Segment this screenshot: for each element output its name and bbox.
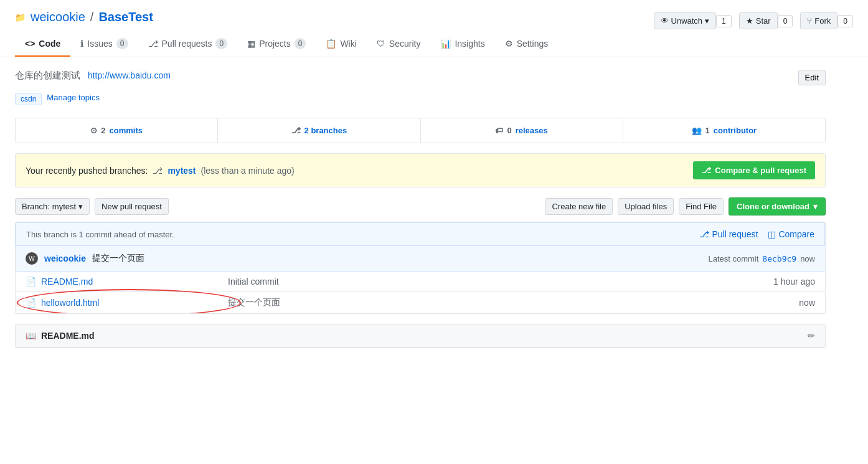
file-time-helloworld: now [799,298,815,308]
file-link-helloworld[interactable]: helloworld.html [41,298,99,308]
commit-sha[interactable]: 8ecb9c9 [762,254,796,263]
readme-section: 📖 README.md ✏ [15,324,826,348]
fork-count: 0 [837,15,853,27]
insights-icon: 📊 [440,39,451,49]
commits-stat: ⊙ 2 commits [16,118,218,143]
compare-icon: ◫ [768,229,776,239]
branch-icon: ⎇ [291,126,301,135]
commit-time: now [800,254,815,263]
branch-ahead-notice: This branch is 1 commit ahead of master. [26,230,174,239]
eye-icon: 👁 [661,16,669,26]
branch-selector[interactable]: Branch: mytest ▾ [15,198,90,215]
nav-tabs: <> Code ℹ Issues 0 ⎇ Pull requests 0 ▦ P… [15,32,853,57]
star-count: 0 [778,15,793,27]
latest-commit-row: W weicookie 提交一个页面 Latest commit 8ecb9c9… [16,246,825,272]
compare-pull-request-button[interactable]: ⎇ Compare & pull request [693,161,815,179]
file-list: This branch is 1 commit ahead of master.… [15,222,826,314]
recent-branch-link[interactable]: mytest [167,166,196,176]
breadcrumb-sep: / [90,10,94,24]
tab-pull-requests[interactable]: ⎇ Pull requests 0 [138,32,238,57]
latest-commit-label: Latest commit [708,254,758,263]
file-icon-helloworld: 📄 [26,298,36,308]
tab-security[interactable]: 🛡 Security [367,32,431,57]
recent-push-banner: Your recently pushed branches: ⎇ mytest … [15,153,826,187]
pr-badge: 0 [215,38,227,49]
compare-link[interactable]: ◫ Compare [768,229,814,239]
file-commit-readme: Initial commit [215,277,773,286]
releases-count: 0 [507,126,511,135]
code-icon: <> [25,39,35,49]
tab-insights[interactable]: 📊 Insights [430,32,494,57]
find-file-button[interactable]: Find File [679,198,724,215]
commit-author-link[interactable]: weicookie [44,253,86,263]
pr-icon-notice: ⎇ [699,229,709,239]
edit-description-button[interactable]: Edit [798,70,826,85]
file-row-readme: 📄 README.md Initial commit 1 hour ago [16,272,825,292]
topic-csdn[interactable]: csdn [15,93,42,105]
pr-icon-btn: ⎇ [702,166,711,175]
branches-link[interactable]: 2 branches [304,126,347,135]
stats-bar: ⊙ 2 commits ⎇ 2 branches 🏷 0 releases 👥 … [15,118,826,143]
unwatch-count: 1 [716,15,732,27]
file-link-readme[interactable]: README.md [41,277,93,286]
chevron-down-icon: ▾ [705,16,709,26]
tag-icon: 🏷 [495,126,503,135]
push-label: Your recently pushed branches: [26,166,148,176]
releases-link[interactable]: releases [516,126,548,135]
fork-button[interactable]: ⑂ Fork [800,12,837,29]
wiki-icon: 📋 [326,39,336,49]
people-icon: 👥 [692,126,702,135]
chevron-icon: ▾ [78,202,83,211]
new-pull-request-button[interactable]: New pull request [95,198,169,215]
contributors-stat: 👥 1 contributor [623,118,825,143]
projects-icon: ▦ [247,39,255,49]
repo-website[interactable]: http://www.baidu.com [88,70,171,80]
tab-projects[interactable]: ▦ Projects 0 [237,32,316,57]
branch-icon-small: ⎇ [153,166,163,176]
tab-wiki[interactable]: 📋 Wiki [316,32,366,57]
releases-stat: 🏷 0 releases [421,118,623,143]
repo-icon: 📁 [15,12,26,22]
projects-badge: 0 [295,38,306,49]
file-toolbar: Branch: mytest ▾ New pull request Create… [15,197,826,215]
commits-link[interactable]: commits [110,126,143,135]
file-row-helloworld: 📄 helloworld.html 提交一个页面 now [16,292,825,313]
commits-icon: ⊙ [90,126,97,135]
issues-badge: 0 [116,38,128,49]
issues-icon: ℹ [80,39,83,49]
manage-topics-link[interactable]: Manage topics [47,93,100,105]
push-time: (less than a minute ago) [201,166,295,176]
commit-message: 提交一个页面 [92,253,144,264]
avatar: W [26,252,38,265]
branch-selector-value: mytest [52,202,76,211]
gear-icon: ⚙ [505,39,513,49]
chevron-down-clone-icon: ▾ [813,202,818,211]
star-button[interactable]: ★ Star [739,12,778,29]
contributors-link[interactable]: contributor [714,126,757,135]
pr-icon: ⎇ [148,39,158,49]
readme-title-text: README.md [41,331,95,341]
repo-description: 仓库的创建测试 [15,70,80,80]
star-icon: ★ [746,16,753,26]
shield-icon: 🛡 [377,39,385,49]
file-time-readme: 1 hour ago [773,277,815,286]
unwatch-button[interactable]: 👁 Unwatch ▾ [654,12,717,29]
tab-settings[interactable]: ⚙ Settings [495,32,559,57]
topics-area: csdn Manage topics [15,93,826,105]
branches-stat: ⎇ 2 branches [218,118,420,143]
file-commit-helloworld: 提交一个页面 [215,297,799,308]
commits-count: 2 [101,126,105,135]
branch-selector-label: Branch: [22,202,50,211]
fork-icon: ⑂ [807,16,812,26]
commit-info-banner: This branch is 1 commit ahead of master.… [16,222,825,246]
pull-request-link[interactable]: ⎇ Pull request [699,229,758,239]
file-icon-readme: 📄 [26,277,36,286]
pencil-icon[interactable]: ✏ [808,331,815,341]
upload-files-button[interactable]: Upload files [618,198,674,215]
clone-or-download-button[interactable]: Clone or download ▾ [729,197,826,215]
create-new-file-button[interactable]: Create new file [545,198,613,215]
tab-issues[interactable]: ℹ Issues 0 [70,32,138,57]
repo-owner[interactable]: weicookie [31,10,85,24]
tab-code[interactable]: <> Code [15,32,70,57]
repo-name[interactable]: BaseTest [98,10,153,24]
